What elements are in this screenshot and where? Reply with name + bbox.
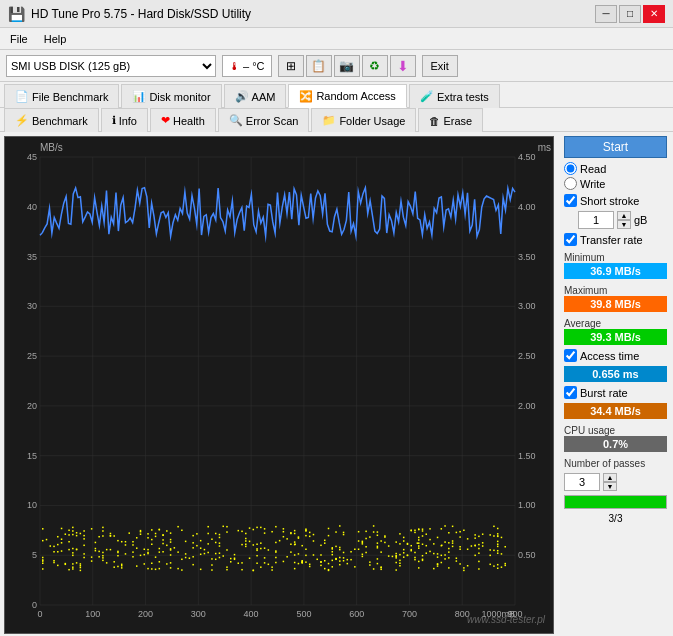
menu-help[interactable]: Help	[38, 31, 73, 47]
title-bar-left: 💾 HD Tune Pro 5.75 - Hard Disk/SSD Utili…	[8, 6, 251, 22]
read-radio-label[interactable]: Read	[564, 162, 667, 175]
menu-file[interactable]: File	[4, 31, 34, 47]
chart-container: www.ssd-tester.pl	[4, 136, 554, 634]
tab-folder-usage[interactable]: 📁 Folder Usage	[311, 108, 416, 132]
read-radio[interactable]	[564, 162, 577, 175]
erase-icon: 🗑	[429, 115, 440, 127]
burst-rate-checkbox[interactable]	[564, 386, 577, 399]
burst-rate-value: 34.4 MB/s	[564, 403, 667, 419]
transfer-rate-checkbox-label[interactable]: Transfer rate	[564, 233, 667, 246]
benchmark-icon: ⚡	[15, 114, 29, 127]
app-title: HD Tune Pro 5.75 - Hard Disk/SSD Utility	[31, 7, 251, 21]
disk-monitor-icon: 📊	[132, 90, 146, 103]
tab-info[interactable]: ℹ Info	[101, 108, 148, 132]
transfer-rate-label: Transfer rate	[580, 234, 643, 246]
toolbar-icon-3[interactable]: 📷	[334, 55, 360, 77]
access-time-label: Access time	[580, 350, 639, 362]
spin-buttons: ▲ ▼	[617, 211, 631, 229]
extra-tests-icon: 🧪	[420, 90, 434, 103]
toolbar-icon-5[interactable]: ⬇	[390, 55, 416, 77]
passes-label: Number of passes	[564, 458, 667, 469]
burst-rate-checkbox-label[interactable]: Burst rate	[564, 386, 667, 399]
file-benchmark-icon: 📄	[15, 90, 29, 103]
gb-label: gB	[634, 214, 647, 226]
short-stroke-input[interactable]	[578, 211, 614, 229]
write-label: Write	[580, 178, 605, 190]
min-stat: Minimum 36.9 MB/s	[564, 250, 667, 279]
info-icon: ℹ	[112, 114, 116, 127]
folder-usage-icon: 📁	[322, 114, 336, 127]
short-stroke-spinbox: ▲ ▼ gB	[578, 211, 667, 229]
progress-bar-container	[564, 495, 667, 509]
avg-label: Average	[564, 318, 667, 329]
passes-spin-down[interactable]: ▼	[603, 482, 617, 491]
random-access-icon: 🔀	[299, 90, 313, 103]
tab-file-benchmark[interactable]: 📄 File Benchmark	[4, 84, 119, 108]
passes-spin-buttons: ▲ ▼	[603, 473, 617, 491]
min-label: Minimum	[564, 252, 667, 263]
access-time-checkbox-label[interactable]: Access time	[564, 349, 667, 362]
tab-health[interactable]: ❤ Health	[150, 108, 216, 132]
cpu-usage-label: CPU usage	[564, 425, 667, 436]
read-write-group: Read Write	[564, 162, 667, 190]
progress-label: 3/3	[564, 513, 667, 524]
thermometer-icon: 🌡	[229, 60, 240, 72]
spin-down-button[interactable]: ▼	[617, 220, 631, 229]
short-stroke-label: Short stroke	[580, 195, 639, 207]
read-label: Read	[580, 163, 606, 175]
cpu-stat: CPU usage 0.7%	[564, 423, 667, 452]
health-icon: ❤	[161, 114, 170, 127]
error-scan-icon: 🔍	[229, 114, 243, 127]
max-value: 39.8 MB/s	[564, 296, 667, 312]
tabs-row2: ⚡ Benchmark ℹ Info ❤ Health 🔍 Error Scan…	[0, 108, 673, 132]
toolbar-icon-1[interactable]: ⊞	[278, 55, 304, 77]
aam-icon: 🔊	[235, 90, 249, 103]
main-content: www.ssd-tester.pl Start Read Write Short…	[0, 132, 673, 636]
drive-select[interactable]: SMI USB DISK (125 gB)	[6, 55, 216, 77]
progress-bar-fill	[565, 496, 666, 508]
maximize-button[interactable]: □	[619, 5, 641, 23]
spin-up-button[interactable]: ▲	[617, 211, 631, 220]
access-time-checkbox[interactable]	[564, 349, 577, 362]
toolbar-icon-group: ⊞ 📋 📷 ♻ ⬇	[278, 55, 416, 77]
write-radio[interactable]	[564, 177, 577, 190]
title-bar-controls: ─ □ ✕	[595, 5, 665, 23]
menu-bar: File Help	[0, 28, 673, 50]
close-button[interactable]: ✕	[643, 5, 665, 23]
passes-input[interactable]	[564, 473, 600, 491]
avg-stat: Average 39.3 MB/s	[564, 316, 667, 345]
exit-button[interactable]: Exit	[422, 55, 458, 77]
toolbar-icon-4[interactable]: ♻	[362, 55, 388, 77]
toolbar-icon-2[interactable]: 📋	[306, 55, 332, 77]
watermark: www.ssd-tester.pl	[467, 614, 545, 625]
passes-row: ▲ ▼	[564, 473, 667, 491]
benchmark-chart	[5, 137, 553, 633]
avg-value: 39.3 MB/s	[564, 329, 667, 345]
transfer-rate-checkbox[interactable]	[564, 233, 577, 246]
temp-value: – °C	[243, 60, 265, 72]
tab-benchmark[interactable]: ⚡ Benchmark	[4, 108, 99, 132]
tab-erase[interactable]: 🗑 Erase	[418, 108, 483, 132]
tabs-area: 📄 File Benchmark 📊 Disk monitor 🔊 AAM 🔀 …	[0, 82, 673, 108]
minimize-button[interactable]: ─	[595, 5, 617, 23]
temperature-display: 🌡 – °C	[222, 55, 272, 77]
short-stroke-checkbox-label[interactable]: Short stroke	[564, 194, 667, 207]
max-stat: Maximum 39.8 MB/s	[564, 283, 667, 312]
tab-disk-monitor[interactable]: 📊 Disk monitor	[121, 84, 221, 108]
max-label: Maximum	[564, 285, 667, 296]
burst-rate-label: Burst rate	[580, 387, 628, 399]
access-time-value: 0.656 ms	[564, 366, 667, 382]
tab-error-scan[interactable]: 🔍 Error Scan	[218, 108, 310, 132]
right-panel: Start Read Write Short stroke ▲ ▼ gB	[558, 132, 673, 636]
cpu-usage-value: 0.7%	[564, 436, 667, 452]
passes-spin-up[interactable]: ▲	[603, 473, 617, 482]
tab-random-access[interactable]: 🔀 Random Access	[288, 84, 406, 108]
write-radio-label[interactable]: Write	[564, 177, 667, 190]
tab-aam[interactable]: 🔊 AAM	[224, 84, 287, 108]
title-bar: 💾 HD Tune Pro 5.75 - Hard Disk/SSD Utili…	[0, 0, 673, 28]
app-icon: 💾	[8, 6, 25, 22]
toolbar: SMI USB DISK (125 gB) 🌡 – °C ⊞ 📋 📷 ♻ ⬇ E…	[0, 50, 673, 82]
short-stroke-checkbox[interactable]	[564, 194, 577, 207]
tab-extra-tests[interactable]: 🧪 Extra tests	[409, 84, 500, 108]
start-button[interactable]: Start	[564, 136, 667, 158]
